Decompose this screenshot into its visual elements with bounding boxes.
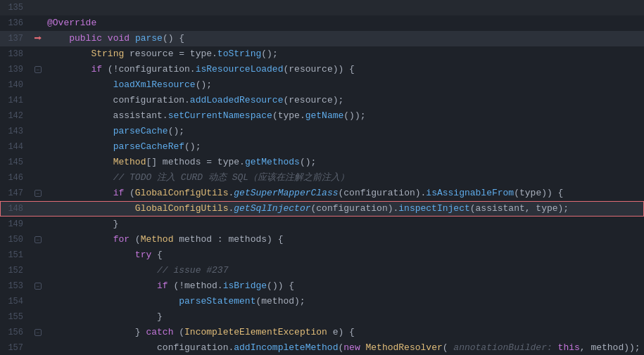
code-line: 137⮕ public void parse() { [0,31,644,46]
code-line: 141 configuration.addLoadedResource(reso… [0,93,644,108]
line-number: 138 [0,49,32,59]
line-number: 136 [0,18,32,28]
line-number: 156 [0,328,32,337]
code-line: 156− } catch (IncompleteElementException… [0,325,644,340]
code-content: } [44,217,644,232]
fold-icon[interactable]: − [34,329,42,336]
code-content: loadXmlResource(); [44,77,644,93]
line-number: 149 [0,219,32,229]
gutter[interactable]: − [32,236,44,243]
line-number: 139 [0,65,32,75]
code-line: 145 Method[] methods = type.getMethods()… [0,155,644,170]
code-line: 151 try { [0,247,644,263]
code-content: configuration.addLoadedResource(resource… [44,93,644,108]
code-line: 147− if (GlobalConfigUtils.getSuperMappe… [0,186,644,201]
gutter[interactable]: − [32,190,44,197]
line-number: 135 [0,3,32,13]
line-number: 157 [0,343,32,353]
line-number: 154 [0,297,32,306]
code-line: 149 } [0,217,644,232]
line-number: 144 [0,142,32,152]
code-line: 150− for (Method method : methods) { [0,232,644,247]
code-line: 138 String resource = type.toString(); [0,46,644,62]
code-line: 148 GlobalConfigUtils.getSqlInjector(con… [0,201,644,217]
code-content: parseStatement(method); [44,294,644,309]
code-content: parseCacheRef(); [44,139,644,155]
fold-icon[interactable]: − [34,190,42,197]
code-line: 154 parseStatement(method); [0,294,644,309]
code-content: configuration.addIncompleteMethod(new Me… [44,340,644,355]
code-content: GlobalConfigUtils.getSqlInjector(configu… [44,201,644,217]
line-number: 146 [0,173,32,183]
fold-icon[interactable]: − [34,283,42,290]
line-number: 155 [0,312,32,322]
code-content: Method[] methods = type.getMethods(); [44,155,644,170]
code-content: try { [44,247,644,263]
code-line: 155 } [0,309,644,325]
code-line: 136@Override [0,15,644,31]
line-number: 148 [0,204,32,214]
breakpoint-arrow-icon[interactable]: ⮕ [34,34,42,44]
gutter[interactable]: − [32,283,44,290]
code-line: 135 [0,0,644,15]
code-content: } [44,309,644,325]
fold-icon[interactable]: − [34,236,42,243]
line-number: 153 [0,281,32,291]
code-line: 157 configuration.addIncompleteMethod(ne… [0,340,644,355]
fold-icon[interactable]: − [34,66,42,73]
line-number: 150 [0,235,32,245]
code-content: assistant.setCurrentNamespace(type.getNa… [44,108,644,124]
gutter[interactable]: − [32,329,44,336]
line-number: 140 [0,80,32,90]
code-content: } catch (IncompleteElementException e) { [44,325,644,340]
code-line: 153− if (!method.isBridge()) { [0,278,644,294]
line-number: 141 [0,96,32,105]
code-line: 139− if (!configuration.isResourceLoaded… [0,62,644,77]
line-number: 137 [0,34,32,44]
code-content: if (GlobalConfigUtils.getSuperMapperClas… [44,186,644,201]
code-content: parseCache(); [44,124,644,139]
code-line: 142 assistant.setCurrentNamespace(type.g… [0,108,644,124]
code-editor: 135136@Override137⮕ public void parse() … [0,0,644,355]
line-number: 147 [0,188,32,198]
line-number: 143 [0,127,32,136]
line-number: 145 [0,157,32,167]
line-number: 142 [0,111,32,121]
line-number: 152 [0,266,32,276]
code-content: // TODO 注入 CURD 动态 SQL（应该在注解之前注入） [44,170,644,186]
code-line: 143 parseCache(); [0,124,644,139]
code-content: if (!configuration.isResourceLoaded(reso… [44,62,644,77]
code-content: // issue #237 [44,263,644,278]
code-content: String resource = type.toString(); [44,46,644,62]
line-number: 151 [0,250,32,260]
code-content: @Override [44,15,644,31]
code-content: if (!method.isBridge()) { [44,278,644,294]
code-content: for (Method method : methods) { [44,232,644,247]
code-line: 144 parseCacheRef(); [0,139,644,155]
code-content: public void parse() { [44,31,644,46]
gutter[interactable]: − [32,66,44,73]
code-line: 140 loadXmlResource(); [0,77,644,93]
code-line: 152 // issue #237 [0,263,644,278]
code-line: 146 // TODO 注入 CURD 动态 SQL（应该在注解之前注入） [0,170,644,186]
gutter[interactable]: ⮕ [32,34,44,44]
